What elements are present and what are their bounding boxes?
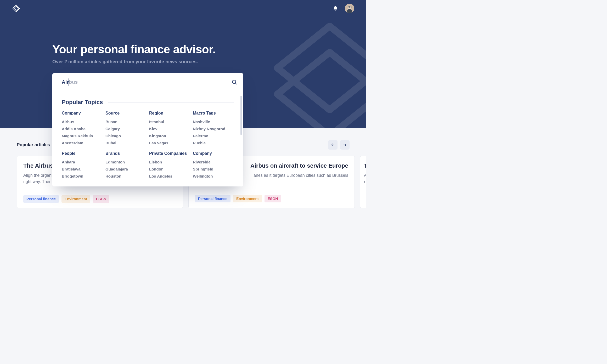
dropdown-item[interactable]: Houston — [105, 173, 147, 180]
hero-decoration — [262, 16, 366, 128]
arrow-left-icon — [331, 143, 335, 147]
search-suggestion-text: bus — [69, 79, 78, 85]
dropdown-heading: Popular Topics — [62, 99, 103, 106]
dropdown-item[interactable]: Bridgetown — [62, 173, 103, 180]
divider — [108, 102, 234, 103]
dropdown-category-heading: Private Companies — [149, 151, 190, 156]
tag[interactable]: Personal finance — [23, 195, 59, 203]
dropdown-category-heading: Company — [62, 111, 103, 116]
search-panel: Airbus Popular Topics CompanyAirbusAddis… — [52, 73, 243, 186]
tag[interactable]: Environment — [61, 195, 90, 203]
dropdown-item[interactable]: Busan — [105, 118, 147, 125]
dropdown-item[interactable]: Ankara — [62, 158, 103, 166]
dropdown-item[interactable]: Kingston — [149, 132, 190, 139]
dropdown-column: SourceBusanCalgaryChicagoDubaiBrandsEdmo… — [105, 111, 147, 180]
article-card-peek[interactable]: T A r — [360, 156, 366, 208]
article-tags: Personal financeEnvironmentESGN — [23, 195, 177, 203]
dropdown-column: RegionIstanbulKievKingstonLas VegasPriva… — [149, 111, 190, 180]
dropdown-item[interactable]: Lisbon — [149, 158, 190, 166]
svg-point-6 — [232, 80, 236, 83]
dropdown-item[interactable]: Calgary — [105, 125, 147, 132]
tag[interactable]: ESGN — [265, 195, 281, 202]
dropdown-column: CompanyAirbusAddis AbabaMagnus KekhuisAm… — [62, 111, 103, 180]
dropdown-item[interactable]: Riverside — [193, 158, 234, 166]
topbar — [0, 0, 366, 17]
bell-icon — [333, 6, 338, 11]
dropdown-item[interactable]: Guadalajara — [105, 166, 147, 173]
logo-icon — [12, 4, 20, 13]
section-tabs: Popular articles T — [17, 142, 58, 147]
search-dropdown: Popular Topics CompanyAirbusAddis AbabaM… — [52, 91, 243, 186]
dropdown-category-heading: People — [62, 151, 103, 156]
dropdown-category-heading: Macro Tags — [193, 111, 234, 116]
scrollbar[interactable] — [240, 96, 242, 135]
logo[interactable] — [12, 4, 20, 13]
dropdown-item[interactable]: Wellington — [193, 173, 234, 180]
topbar-right — [333, 4, 354, 13]
dropdown-item[interactable]: Magnus Kekhuis — [62, 132, 103, 139]
article-tags: Personal financeEnvironmentESGN — [189, 195, 348, 202]
dropdown-item[interactable]: Edmonton — [105, 158, 147, 166]
dropdown-item[interactable]: Palermo — [193, 132, 234, 139]
tag[interactable]: Environment — [233, 195, 262, 202]
dropdown-item[interactable]: Nashville — [193, 118, 234, 125]
dropdown-item[interactable]: Puebla — [193, 139, 234, 146]
dropdown-grid: CompanyAirbusAddis AbabaMagnus KekhuisAm… — [62, 111, 234, 180]
article-excerpt: A r — [364, 172, 366, 185]
dropdown-item[interactable]: Los Angeles — [149, 173, 190, 180]
tag[interactable]: ESGN — [93, 195, 110, 203]
dropdown-category-heading: Region — [149, 111, 190, 116]
dropdown-item[interactable]: Dubai — [105, 139, 147, 146]
dropdown-category-heading: Source — [105, 111, 147, 116]
search-button[interactable] — [225, 73, 243, 91]
svg-line-7 — [235, 83, 237, 84]
search-icon — [232, 79, 237, 85]
avatar-icon — [345, 4, 354, 13]
dropdown-item[interactable]: Springfield — [193, 166, 234, 173]
carousel-next-button[interactable] — [340, 140, 350, 150]
search-bar: Airbus — [52, 73, 243, 91]
dropdown-item[interactable]: Istanbul — [149, 118, 190, 125]
dropdown-heading-row: Popular Topics — [62, 99, 234, 106]
dropdown-category-heading: Company — [193, 151, 234, 156]
notifications-button[interactable] — [333, 6, 338, 11]
tab-popular-articles[interactable]: Popular articles — [17, 142, 50, 147]
dropdown-item[interactable]: Addis Ababa — [62, 125, 103, 132]
tag[interactable]: Personal finance — [195, 195, 231, 202]
dropdown-item[interactable]: Amsterdam — [62, 139, 103, 146]
article-title: T — [364, 162, 366, 169]
dropdown-category-heading: Brands — [105, 151, 147, 156]
carousel-nav — [328, 140, 350, 150]
search-typed-text: Air — [62, 79, 69, 85]
dropdown-item[interactable]: Chicago — [105, 132, 147, 139]
dropdown-item[interactable]: Nizhny Novgorod — [193, 125, 234, 132]
dropdown-column: Macro TagsNashvilleNizhny NovgorodPalerm… — [193, 111, 234, 180]
dropdown-item[interactable]: London — [149, 166, 190, 173]
dropdown-item[interactable]: Bratislava — [62, 166, 103, 173]
dropdown-item[interactable]: Kiev — [149, 125, 190, 132]
carousel-prev-button[interactable] — [328, 140, 338, 150]
dropdown-item[interactable]: Las Vegas — [149, 139, 190, 146]
arrow-right-icon — [343, 143, 347, 147]
avatar[interactable] — [345, 4, 354, 13]
search-input[interactable]: Airbus — [52, 78, 225, 86]
dropdown-item[interactable]: Airbus — [62, 118, 103, 125]
